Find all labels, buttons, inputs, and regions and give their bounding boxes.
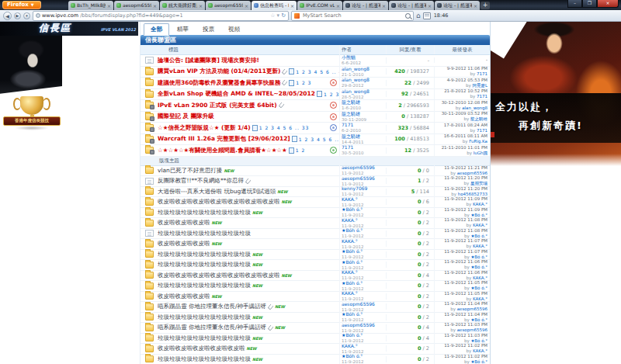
thread-title-link[interactable]: IPvE vLan 2900 正式版 (完美支援 64bit) [158,102,277,109]
last-post-author[interactable]: by KAKA.° [467,244,487,248]
url-dropdown-icon[interactable]: ▾ [277,12,280,19]
thread-title-link[interactable]: ☆★☆★☆★有關使用全頻問題.會員請看★☆★☆★ [158,147,287,154]
thread-title-link[interactable]: 收皮啦收皮啦收皮啦 [158,240,210,248]
last-post-time[interactable]: 30-11-2009 03:52 PM [442,111,487,116]
last-post-author[interactable]: by 7171 [470,94,488,99]
last-post-author[interactable]: by alan_wong8 [456,106,487,110]
thread-title-link[interactable]: 垃圾垃圾垃圾垃圾垃圾垃圾垃圾垃圾 [158,230,251,237]
close-button[interactable]: × [597,0,619,8]
last-post-author[interactable]: by ★Bó ó.° [464,338,487,343]
last-post-author[interactable]: by ★Bó ó.° [464,234,487,238]
thread-title-link[interactable]: 國際登記 及 團隊升級 [158,113,214,120]
last-post-time[interactable]: 11-9-2012 11:05 PM [444,291,487,296]
thread-title-link[interactable]: 收皮啦收皮啦收皮啦收皮啦收皮啦收皮啦收皮啦 [158,198,280,206]
browser-tab[interactable]: BsTh_MIlk8的個人空間...× [68,1,113,10]
thread-title-link[interactable]: 垃圾垃圾垃圾垃圾垃圾垃圾垃圾垃圾 [158,261,251,269]
author-link[interactable]: ★Bóh ó.° [342,353,363,359]
author-link[interactable]: ★Bóh ó.° [342,280,363,286]
last-post-author[interactable]: by ★Bó ó.° [464,265,487,269]
thread-title-link[interactable]: vlan已死了不好意思打擾 [158,167,222,175]
history-dropdown-button[interactable]: ▾ [23,12,30,19]
firefox-menu-button[interactable]: Firefox▼ [2,1,41,9]
last-post-time[interactable]: 11-9-2012 11:02 PM [444,343,487,348]
author-link[interactable]: 小熊貓 [342,54,356,60]
tab-close-icon[interactable]: × [107,3,111,9]
last-post-time[interactable]: 11-9-2012 11:04 PM [444,301,487,306]
thread-title-link[interactable]: Warcraft III 1.26a 完整更新包 [29/06/2012] [158,135,290,143]
bookmarks-panel-icon[interactable] [423,12,431,19]
browser-tab[interactable]: 靚大衛牌好青用高科技...× [160,1,205,10]
author-link[interactable]: KAKA.° [342,269,358,275]
last-post-time[interactable]: 4-9-2012 05:53 PM [447,78,487,82]
thread-title-link[interactable]: 反團隊教官!!**不良網絡**你忍得 [158,177,244,185]
last-post-time[interactable]: 11-9-2012 11:20 PM [444,186,487,191]
author-link[interactable]: 龍之騎雄 [342,111,360,116]
bookmark-star-icon[interactable]: ☆ [270,12,275,19]
thread-title-link[interactable]: 唔系踢晶靈 你地拉埋董永信長/神手講話呀 [158,324,266,331]
last-post-author[interactable]: by 7171 [470,71,488,76]
forum-filter-tab[interactable]: 視頻 [222,24,246,35]
author-link[interactable]: ★Bóh ó.° [342,206,363,212]
author-link[interactable]: KAKA.° [342,196,358,202]
page-number-links[interactable]: 1 2 3 4 5 6 .. 10 [324,92,339,97]
tab-close-icon[interactable]: × [290,3,294,9]
page-number-links[interactable]: 1 2 3 4 5 6 .. 33 [259,125,310,130]
browser-tab[interactable]: aesopm65596的個人...× [206,1,251,10]
last-post-time[interactable]: 11-9-2012 11:09 PM [444,196,487,201]
browser-tab[interactable]: 论坛 - | 怒漫軍團 |× [435,1,480,10]
last-post-author[interactable]: by aesopm65596 [450,328,487,332]
thread-title-link[interactable]: 垃圾垃圾垃圾垃圾垃圾垃圾垃圾垃圾 [158,251,251,258]
thread-title-link[interactable]: 全新vLan Shop 硬機組合 AMD & INTEL~28/05/2012 [158,90,315,98]
thread-title-link[interactable]: 垃圾垃圾垃圾垃圾垃圾垃圾垃圾垃圾 [158,209,251,217]
back-button[interactable]: ◀ [3,12,12,20]
last-post-author[interactable]: by FuRig.Ka [463,139,487,144]
tab-close-icon[interactable]: × [336,3,340,9]
author-link[interactable]: 龍之騎雄 [342,133,360,139]
author-link[interactable]: KAKA.° [342,290,358,296]
thread-title-link[interactable]: 收皮啦收皮啦收皮啦 [158,293,210,300]
last-post-author[interactable]: by ★Bó ó.° [464,317,487,322]
browser-tab[interactable]: aesopm65596的個人...× [114,1,159,10]
thread-title-link[interactable]: 垃圾垃圾垃圾垃圾垃圾垃圾垃圾垃圾 [158,282,251,289]
page-number-links[interactable]: 1 2 [296,147,306,153]
reload-icon[interactable]: ↻ [281,12,286,19]
author-link[interactable]: 龍之騎雄 [342,99,360,105]
author-link[interactable]: ★Bóh ó.° [342,248,363,254]
last-post-author[interactable]: by KAKA.° [467,276,487,280]
tab-close-icon[interactable]: × [199,3,203,9]
last-post-time[interactable]: 11-9-2012 11:06 PM [444,270,487,275]
browser-tab[interactable]: 论坛 - | 怒漫軍團 |× [343,1,388,10]
thread-title-link[interactable]: 垃圾垃圾垃圾垃圾垃圾垃圾垃圾垃圾 [158,335,251,342]
last-post-author[interactable]: by 7171 [470,128,488,133]
maximize-button[interactable]: ❐ [582,0,597,8]
forum-filter-tab[interactable]: 全部 [144,23,169,36]
page-number-links[interactable]: 1 2 3 [296,80,311,85]
author-link[interactable]: KAKA.° [342,343,358,348]
forum-filter-tab[interactable]: 投票 [196,24,220,35]
home-icon[interactable]: ⌂ [416,12,421,20]
thread-title-link[interactable]: 收皮啦收皮啦收皮啦 [158,219,210,227]
author-link[interactable]: aesopm65596 [342,175,375,181]
page-number-links[interactable]: 1 2 3 4 5 6 .. 43 [296,69,339,75]
last-post-time[interactable]: 11-9-2012 11:02 PM [444,354,487,359]
last-post-author[interactable]: by ★Bó ó.° [464,255,487,259]
last-post-time[interactable]: 11-9-2012 11:06 PM [444,259,487,264]
author-link[interactable]: ★Bóh ó.° [342,332,363,338]
last-post-author[interactable]: by ★Bó ó.° [464,359,487,364]
author-link[interactable]: ★Bóh ó.° [342,311,363,317]
minimize-button[interactable]: – [567,0,582,8]
thread-title-link[interactable]: 建議使用360防毒軟件及瀏覽器會員專享快服務 [158,79,280,87]
author-link[interactable]: 7171 [342,122,353,127]
last-post-time[interactable]: 16-6-2011 08:11 AM [444,133,487,138]
last-post-author[interactable]: by ★Bó ó.° [464,213,487,217]
last-post-time[interactable]: 11-9-2012 11:03 PM [444,333,487,338]
last-post-author[interactable]: by KAKA.° [467,223,487,227]
last-post-author[interactable]: by 龍之騎雄 [464,116,488,121]
last-post-time[interactable]: 11-9-2012 11:20 PM [444,175,487,180]
author-link[interactable]: aesopm65596 [342,322,375,328]
last-post-time[interactable]: 11-9-2012 11:03 PM [444,322,487,327]
last-post-time[interactable]: 11-9-2012 11:05 PM [444,280,487,285]
tab-close-icon[interactable]: × [382,3,386,9]
browser-tab[interactable]: 信息检查吗 - IPvE CO...× [252,1,297,10]
forward-button[interactable]: ▶ [14,12,21,19]
